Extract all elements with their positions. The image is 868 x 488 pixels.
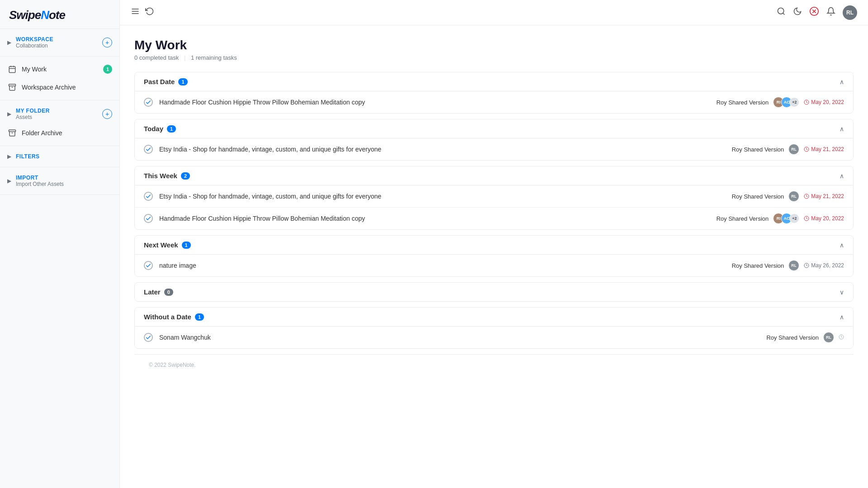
chevron-right-icon: ▶ bbox=[7, 39, 11, 46]
table-row: Sonam Wangchuk Roy Shared Version RL bbox=[135, 327, 853, 348]
import-sub: Import Other Assets bbox=[16, 181, 112, 187]
remaining-count: 1 remaining tasks bbox=[191, 54, 237, 61]
sidebar-item-myfolder[interactable]: ▶ MY FOLDER Assets + bbox=[0, 104, 119, 124]
table-row: Etsy India - Shop for handmade, vintage,… bbox=[135, 185, 853, 208]
myfolder-add-button[interactable]: + bbox=[102, 109, 112, 119]
task-checkbox[interactable] bbox=[144, 98, 153, 107]
mywork-badge: 1 bbox=[103, 65, 112, 74]
sidebar-item-workspace-archive[interactable]: Workspace Archive bbox=[0, 78, 119, 96]
avatar-group: RIAC+2 bbox=[773, 213, 799, 224]
user-avatar[interactable]: RL bbox=[843, 5, 857, 20]
chevron-right-icon-3: ▶ bbox=[7, 153, 11, 160]
date-label: May 21, 2022 bbox=[804, 146, 844, 152]
dark-mode-icon[interactable] bbox=[793, 7, 802, 18]
workspace-label: WORKSPACE bbox=[16, 36, 98, 43]
collapse-icon-past-date: ∧ bbox=[840, 78, 844, 85]
folder-archive-label: Folder Archive bbox=[22, 129, 112, 137]
task-name: Etsy India - Shop for handmade, vintage,… bbox=[159, 193, 726, 200]
workspace-archive-label: Workspace Archive bbox=[22, 84, 112, 91]
refresh-icon[interactable] bbox=[145, 7, 154, 18]
avatar-group: RL bbox=[788, 144, 799, 155]
calendar-icon bbox=[7, 64, 17, 74]
task-checkbox[interactable] bbox=[144, 145, 153, 154]
task-checkbox[interactable] bbox=[144, 261, 153, 270]
myfolder-section: ▶ MY FOLDER Assets + Folder Archive bbox=[0, 100, 119, 146]
topbar-right: RL bbox=[777, 5, 857, 20]
app-logo: SwipeNote bbox=[9, 8, 110, 22]
fire-icon[interactable] bbox=[809, 6, 819, 19]
sidebar-item-folder-archive[interactable]: Folder Archive bbox=[0, 124, 119, 142]
avatar: RL bbox=[788, 260, 799, 271]
date-label: May 20, 2022 bbox=[804, 215, 844, 222]
version-label: Roy Shared Version bbox=[732, 262, 784, 269]
section-header-this-week[interactable]: This Week 2 ∧ bbox=[135, 166, 853, 185]
task-sections: Past Date 1 ∧ Handmade Floor Cushion Hip… bbox=[134, 72, 854, 349]
section-count-next-week: 1 bbox=[182, 242, 191, 249]
collapse-icon-later: ∨ bbox=[840, 289, 844, 296]
date-label bbox=[839, 334, 844, 341]
table-row: Handmade Floor Cushion Hippie Throw Pill… bbox=[135, 208, 853, 229]
workspace-sub: Collaboration bbox=[16, 43, 98, 49]
section-title-this-week: This Week bbox=[144, 172, 177, 180]
mywork-section: My Work 1 Workspace Archive bbox=[0, 57, 119, 100]
sidebar-item-filters[interactable]: ▶ FILTERS bbox=[0, 150, 119, 163]
footer: © 2022 SwipeNote. bbox=[134, 354, 854, 375]
avatar: RL bbox=[823, 332, 834, 343]
sidebar-item-import[interactable]: ▶ IMPORT Import Other Assets bbox=[0, 171, 119, 191]
table-row: nature image Roy Shared Version RL May 2… bbox=[135, 255, 853, 276]
section-title-next-week: Next Week bbox=[144, 241, 178, 249]
workspace-add-button[interactable]: + bbox=[102, 38, 112, 47]
search-icon[interactable] bbox=[777, 7, 786, 18]
task-section-next-week: Next Week 1 ∧ nature image Roy Shared Ve… bbox=[134, 235, 854, 277]
section-header-without-a-date[interactable]: Without a Date 1 ∧ bbox=[135, 308, 853, 327]
section-header-next-week[interactable]: Next Week 1 ∧ bbox=[135, 236, 853, 255]
notifications-icon[interactable] bbox=[826, 7, 835, 18]
avatar-group: RL bbox=[788, 191, 799, 202]
task-section-later: Later 0 ∨ bbox=[134, 282, 854, 302]
import-section: ▶ IMPORT Import Other Assets bbox=[0, 167, 119, 195]
table-row: Etsy India - Shop for handmade, vintage,… bbox=[135, 138, 853, 160]
chevron-right-icon-4: ▶ bbox=[7, 178, 11, 184]
version-label: Roy Shared Version bbox=[732, 193, 784, 200]
collapse-icon-next-week: ∧ bbox=[840, 242, 844, 249]
section-header-past-date[interactable]: Past Date 1 ∧ bbox=[135, 72, 853, 91]
myfolder-sub: Assets bbox=[16, 114, 98, 120]
topbar: RL bbox=[120, 0, 868, 25]
folder-archive-icon bbox=[7, 128, 17, 138]
task-checkbox[interactable] bbox=[144, 214, 153, 223]
menu-icon[interactable] bbox=[131, 7, 140, 18]
section-header-today[interactable]: Today 1 ∧ bbox=[135, 119, 853, 138]
myfolder-label: MY FOLDER bbox=[16, 108, 98, 114]
date-label: May 21, 2022 bbox=[804, 193, 844, 199]
archive-icon bbox=[7, 82, 17, 92]
section-count-later: 0 bbox=[164, 289, 173, 296]
task-checkbox[interactable] bbox=[144, 192, 153, 201]
section-header-later[interactable]: Later 0 ∨ bbox=[135, 283, 853, 301]
svg-rect-6 bbox=[9, 130, 16, 132]
task-section-past-date: Past Date 1 ∧ Handmade Floor Cushion Hip… bbox=[134, 72, 854, 114]
section-count-today: 1 bbox=[167, 125, 176, 133]
import-label: IMPORT bbox=[16, 175, 112, 181]
avatar-group: RIAC+2 bbox=[773, 97, 799, 108]
collapse-icon-without-a-date: ∧ bbox=[840, 313, 844, 321]
task-name: nature image bbox=[159, 262, 726, 269]
page-subtitle: 0 completed task | 1 remaining tasks bbox=[134, 54, 854, 61]
task-section-without-a-date: Without a Date 1 ∧ Sonam Wangchuk Roy Sh… bbox=[134, 307, 854, 349]
sidebar-item-workspace[interactable]: ▶ WORKSPACE Collaboration + bbox=[0, 33, 119, 52]
sidebar-item-mywork[interactable]: My Work 1 bbox=[0, 60, 119, 78]
version-label: Roy Shared Version bbox=[732, 146, 784, 153]
task-checkbox[interactable] bbox=[144, 333, 153, 342]
svg-rect-4 bbox=[9, 84, 16, 86]
section-count-past-date: 1 bbox=[178, 78, 187, 85]
avatar: RL bbox=[788, 191, 799, 202]
version-label: Roy Shared Version bbox=[716, 99, 769, 106]
version-label: Roy Shared Version bbox=[716, 215, 769, 222]
topbar-left bbox=[131, 7, 154, 18]
section-count-this-week: 2 bbox=[181, 172, 190, 180]
table-row: Handmade Floor Cushion Hippie Throw Pill… bbox=[135, 91, 853, 113]
filters-section: ▶ FILTERS bbox=[0, 146, 119, 167]
avatar: RL bbox=[788, 144, 799, 155]
workspace-section: ▶ WORKSPACE Collaboration + bbox=[0, 29, 119, 57]
date-label: May 20, 2022 bbox=[804, 99, 844, 105]
svg-rect-0 bbox=[9, 66, 15, 73]
